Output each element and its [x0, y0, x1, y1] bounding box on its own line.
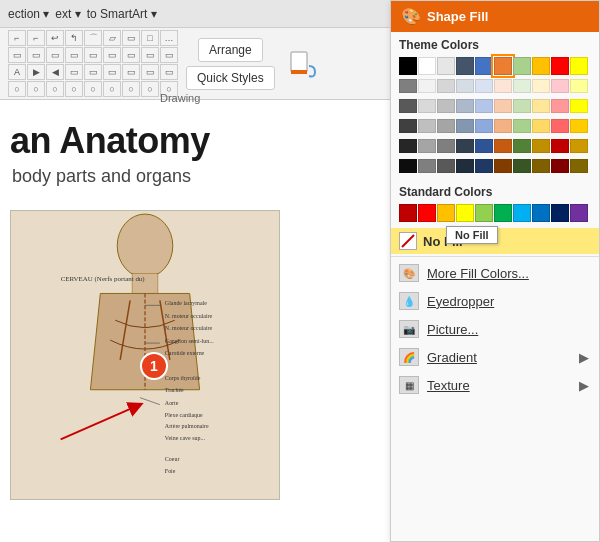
shade-cell[interactable]: [570, 159, 588, 173]
shade-cell[interactable]: [456, 159, 474, 173]
shape-cell[interactable]: ↰: [65, 30, 83, 46]
shade-cell[interactable]: [494, 119, 512, 133]
shape-cell[interactable]: □: [141, 30, 159, 46]
shade-cell[interactable]: [437, 99, 455, 113]
theme-color-cell[interactable]: [418, 57, 436, 75]
shade-cell[interactable]: [418, 139, 436, 153]
theme-color-cell[interactable]: [551, 57, 569, 75]
shade-cell[interactable]: [437, 139, 455, 153]
shade-cell[interactable]: [437, 159, 455, 173]
std-color-cell[interactable]: [494, 204, 512, 222]
shape-cell[interactable]: ▭: [122, 30, 140, 46]
shade-cell[interactable]: [494, 139, 512, 153]
shape-cell[interactable]: ▭: [8, 47, 26, 63]
shape-cell[interactable]: ○: [27, 81, 45, 97]
std-color-cell[interactable]: [551, 204, 569, 222]
shade-cell[interactable]: [475, 119, 493, 133]
shade-cell[interactable]: [475, 99, 493, 113]
shape-cell[interactable]: ⌐: [27, 30, 45, 46]
shape-cell[interactable]: ▭: [84, 64, 102, 80]
shape-cell[interactable]: ▭: [84, 47, 102, 63]
shade-cell[interactable]: [437, 79, 455, 93]
shade-cell[interactable]: [570, 79, 588, 93]
shape-cell[interactable]: ◀: [46, 64, 64, 80]
shade-cell[interactable]: [399, 139, 417, 153]
shade-cell[interactable]: [475, 79, 493, 93]
shape-cell[interactable]: ○: [46, 81, 64, 97]
arrange-button[interactable]: Arrange: [198, 38, 263, 62]
shade-cell[interactable]: [418, 159, 436, 173]
shade-cell[interactable]: [418, 119, 436, 133]
shade-cell[interactable]: [551, 139, 569, 153]
shape-cell[interactable]: ▭: [46, 47, 64, 63]
shade-cell[interactable]: [513, 119, 531, 133]
menu-item-picture[interactable]: 📷Picture...: [391, 315, 599, 343]
theme-color-cell[interactable]: [399, 57, 417, 75]
shade-cell[interactable]: [532, 119, 550, 133]
shade-cell[interactable]: [494, 159, 512, 173]
shape-cell[interactable]: …: [160, 30, 178, 46]
menu-item-gradient[interactable]: 🌈Gradient▶: [391, 343, 599, 371]
shape-cell[interactable]: ▭: [160, 47, 178, 63]
menu-item-texture[interactable]: ▦Texture▶: [391, 371, 599, 399]
std-color-cell[interactable]: [532, 204, 550, 222]
shade-cell[interactable]: [513, 159, 531, 173]
std-color-cell[interactable]: [570, 204, 588, 222]
shape-cell[interactable]: ○: [8, 81, 26, 97]
toolbar-item-text[interactable]: ext ▾: [55, 7, 80, 21]
shade-cell[interactable]: [570, 99, 588, 113]
theme-color-cell[interactable]: [532, 57, 550, 75]
shade-cell[interactable]: [532, 139, 550, 153]
shape-cell[interactable]: ▭: [141, 47, 159, 63]
shape-cell[interactable]: ▭: [103, 64, 121, 80]
std-color-cell[interactable]: [513, 204, 531, 222]
shade-cell[interactable]: [551, 159, 569, 173]
shade-cell[interactable]: [570, 139, 588, 153]
menu-item-eyedropper[interactable]: 💧Eyedropper: [391, 287, 599, 315]
quick-styles-button[interactable]: Quick Styles: [186, 66, 275, 90]
theme-color-cell[interactable]: [456, 57, 474, 75]
shade-cell[interactable]: [456, 119, 474, 133]
shape-cell[interactable]: ▭: [122, 47, 140, 63]
std-color-cell[interactable]: [456, 204, 474, 222]
shape-cell[interactable]: ▭: [65, 64, 83, 80]
shape-cell[interactable]: ○: [84, 81, 102, 97]
shade-cell[interactable]: [532, 159, 550, 173]
shape-cell[interactable]: ▭: [65, 47, 83, 63]
std-color-cell[interactable]: [418, 204, 436, 222]
shade-cell[interactable]: [532, 99, 550, 113]
theme-color-cell[interactable]: [570, 57, 588, 75]
theme-color-cell[interactable]: [513, 57, 531, 75]
shade-cell[interactable]: [399, 159, 417, 173]
shade-cell[interactable]: [513, 139, 531, 153]
shade-cell[interactable]: [399, 99, 417, 113]
no-fill-row[interactable]: No Fill No Fill: [391, 228, 599, 254]
shade-cell[interactable]: [399, 79, 417, 93]
shape-cell[interactable]: ○: [103, 81, 121, 97]
theme-color-cell[interactable]: [494, 57, 512, 75]
theme-color-cell[interactable]: [437, 57, 455, 75]
shade-cell[interactable]: [456, 139, 474, 153]
shade-cell[interactable]: [551, 79, 569, 93]
shape-cell[interactable]: ▭: [122, 64, 140, 80]
shade-cell[interactable]: [513, 79, 531, 93]
shape-cell[interactable]: ▶: [27, 64, 45, 80]
std-color-cell[interactable]: [437, 204, 455, 222]
toolbar-item-smartart[interactable]: to SmartArt ▾: [87, 7, 157, 21]
shade-cell[interactable]: [456, 79, 474, 93]
shape-cell[interactable]: ⌐: [8, 30, 26, 46]
shade-cell[interactable]: [494, 99, 512, 113]
shade-cell[interactable]: [399, 119, 417, 133]
std-color-cell[interactable]: [475, 204, 493, 222]
shape-cell[interactable]: ○: [122, 81, 140, 97]
shade-cell[interactable]: [418, 79, 436, 93]
shape-cell[interactable]: ○: [141, 81, 159, 97]
shade-cell[interactable]: [475, 139, 493, 153]
theme-color-cell[interactable]: [475, 57, 493, 75]
shape-cell[interactable]: ▭: [160, 64, 178, 80]
shade-cell[interactable]: [456, 99, 474, 113]
shape-cell[interactable]: A: [8, 64, 26, 80]
shape-cell[interactable]: ▭: [27, 47, 45, 63]
shade-cell[interactable]: [513, 99, 531, 113]
shade-cell[interactable]: [551, 99, 569, 113]
